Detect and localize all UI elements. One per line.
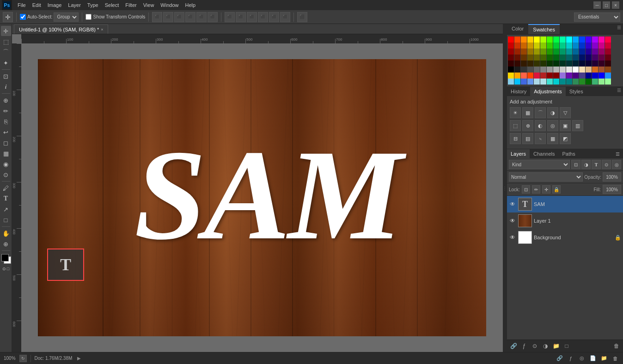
color-swatch[interactable] <box>566 36 572 42</box>
color-swatch[interactable] <box>566 79 572 85</box>
color-swatch[interactable] <box>560 73 566 79</box>
link-layers-icon[interactable]: 🔗 <box>509 341 518 351</box>
color-swatch[interactable] <box>579 49 585 55</box>
zoom-tool[interactable]: ⊕ <box>1 239 11 249</box>
align-right-icon[interactable]: ⬛ <box>174 12 184 22</box>
healing-brush-tool[interactable]: ⊕ <box>1 95 11 105</box>
black-white-icon[interactable]: ◐ <box>535 120 546 131</box>
color-swatch[interactable] <box>540 73 546 79</box>
filter-smart-icon[interactable]: ◎ <box>612 160 621 169</box>
status-trash-icon[interactable]: 🗑 <box>611 354 619 363</box>
vibrance-icon[interactable]: ▽ <box>560 107 571 118</box>
color-swatch[interactable] <box>599 36 605 42</box>
color-swatch[interactable] <box>599 49 605 55</box>
color-swatch[interactable] <box>547 61 553 67</box>
color-swatch[interactable] <box>540 67 546 73</box>
menu-layer[interactable]: Layer <box>65 1 84 9</box>
color-swatch[interactable] <box>560 79 566 85</box>
color-swatch[interactable] <box>605 67 611 73</box>
color-swatch[interactable] <box>527 73 533 79</box>
color-swatch[interactable] <box>573 79 579 85</box>
rotate-view-icon[interactable]: ↻ <box>19 355 27 362</box>
lock-image-icon[interactable]: ✏ <box>532 185 540 194</box>
color-swatch[interactable] <box>586 67 592 73</box>
color-swatch[interactable] <box>534 42 540 49</box>
color-swatch[interactable] <box>534 79 540 85</box>
color-swatch[interactable] <box>547 55 553 61</box>
channel-mixer-icon[interactable]: ▣ <box>560 120 571 131</box>
type-tool[interactable]: T <box>1 194 11 204</box>
color-swatch[interactable] <box>560 42 566 49</box>
color-swatch[interactable] <box>514 42 520 49</box>
color-swatch[interactable] <box>605 61 611 67</box>
color-swatch[interactable] <box>521 73 527 79</box>
opacity-input[interactable] <box>603 172 621 182</box>
color-swatch[interactable] <box>553 61 559 67</box>
color-swatch[interactable] <box>527 36 533 42</box>
color-swatch[interactable] <box>514 61 520 67</box>
minimize-button[interactable]: ─ <box>593 1 601 9</box>
layer-item-sam[interactable]: 👁 T SAM <box>507 196 623 212</box>
color-swatch[interactable] <box>579 36 585 42</box>
blur-tool[interactable]: ◉ <box>1 159 11 169</box>
color-swatch[interactable] <box>547 42 553 49</box>
blend-mode-select[interactable]: Normal <box>509 172 583 182</box>
color-swatch[interactable] <box>586 73 592 79</box>
color-swatch[interactable] <box>508 61 514 67</box>
layers-kind-select[interactable]: Kind <box>509 160 570 169</box>
document-tab[interactable]: Untitled-1 @ 100% (SAM, RGB/8) * × <box>14 24 108 34</box>
color-swatch[interactable] <box>579 42 585 49</box>
align-top-icon[interactable]: ⬛ <box>185 12 195 22</box>
menu-type[interactable]: Type <box>85 1 101 9</box>
align-center-h-icon[interactable]: ⬛ <box>163 12 173 22</box>
color-swatch[interactable] <box>527 49 533 55</box>
color-swatch[interactable] <box>508 49 514 55</box>
color-swatch[interactable] <box>521 67 527 73</box>
fill-input[interactable] <box>603 185 621 194</box>
color-swatch[interactable] <box>521 55 527 61</box>
close-button[interactable]: × <box>612 1 619 9</box>
exposure-icon[interactable]: ◑ <box>547 107 558 118</box>
dist-4-icon[interactable]: ⬛ <box>258 12 268 22</box>
color-swatch[interactable] <box>599 73 605 79</box>
menu-edit[interactable]: Edit <box>30 1 44 9</box>
color-swatch[interactable] <box>579 61 585 67</box>
color-swatch[interactable] <box>514 73 520 79</box>
color-swatch[interactable] <box>547 67 553 73</box>
gradient-tool[interactable]: ▦ <box>1 148 11 158</box>
color-swatch[interactable] <box>586 49 592 55</box>
dist-v-icon[interactable]: ⬛ <box>236 12 246 22</box>
color-swatch[interactable] <box>514 79 520 85</box>
transform-icon[interactable]: ⬛ <box>297 12 307 22</box>
color-swatch[interactable] <box>592 36 598 42</box>
auto-select-dropdown[interactable]: GroupLayer <box>54 12 79 22</box>
hand-tool[interactable]: ✋ <box>1 228 11 238</box>
delete-layer-icon[interactable]: 🗑 <box>612 341 621 351</box>
color-swatch[interactable] <box>586 42 592 49</box>
color-swatch[interactable] <box>605 55 611 61</box>
color-swatch[interactable] <box>540 42 546 49</box>
status-folder-icon[interactable]: 📁 <box>600 354 608 363</box>
crop-tool[interactable]: ⊡ <box>1 71 11 81</box>
levels-icon[interactable]: ▦ <box>522 107 533 118</box>
align-center-v-icon[interactable]: ⬛ <box>196 12 207 22</box>
dist-h-icon[interactable]: ⬛ <box>225 12 235 22</box>
menu-select[interactable]: Select <box>102 1 122 9</box>
color-swatch[interactable] <box>599 61 605 67</box>
color-swatch[interactable] <box>553 42 559 49</box>
color-swatch[interactable] <box>534 73 540 79</box>
color-swatch[interactable] <box>592 55 598 61</box>
color-swatch[interactable] <box>566 49 572 55</box>
color-swatch[interactable] <box>586 79 592 85</box>
color-swatch[interactable] <box>540 55 546 61</box>
color-swatch[interactable] <box>540 36 546 42</box>
color-swatch[interactable] <box>592 42 598 49</box>
color-swatch[interactable] <box>605 79 611 85</box>
color-swatch[interactable] <box>573 36 579 42</box>
color-swatch[interactable] <box>573 49 579 55</box>
filter-adjust-icon[interactable]: ◑ <box>581 160 591 169</box>
color-swatch[interactable] <box>586 55 592 61</box>
hue-sat-icon[interactable]: ⬚ <box>510 120 521 131</box>
color-swatch[interactable] <box>527 55 533 61</box>
color-swatch[interactable] <box>566 61 572 67</box>
